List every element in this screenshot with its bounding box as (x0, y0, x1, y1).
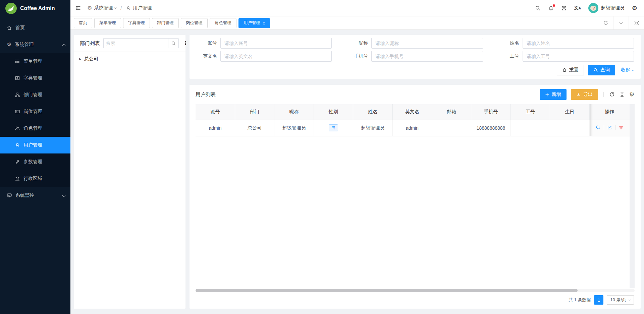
col-birthday: 生日 (550, 104, 589, 120)
cell-nickname: 超级管理员 (274, 120, 314, 136)
form-item-account: 账号 (196, 38, 332, 49)
department-panel-header: 部门列表 ⋮ (74, 35, 185, 52)
sidebar-item-label: 部门管理 (23, 92, 42, 98)
search-icon (171, 41, 176, 46)
search-icon (593, 68, 598, 72)
gear-icon: ⚙ (7, 42, 11, 47)
trash-icon (562, 68, 567, 72)
refresh-table-button[interactable] (609, 92, 615, 98)
wrench-icon (15, 159, 20, 165)
sidebar-menu: 首页 ⚙ 系统管理 菜单管理 字典管理 部门管理 (0, 19, 70, 204)
sidebar-collapse-button[interactable] (75, 5, 81, 11)
table-row[interactable]: admin 总公司 超级管理员 男 超级管理员 admin 1888888888… (196, 120, 630, 136)
page-size-select[interactable]: 10 条/页 (607, 295, 634, 305)
sidebar-item-monitor[interactable]: 系统监控 (0, 187, 70, 204)
delete-row-button[interactable] (619, 125, 624, 130)
search-icon (596, 125, 601, 130)
user-icon (15, 142, 20, 148)
table-wrap: 账号 部门 昵称 性别 姓名 英文名 邮箱 手机号 工号 (196, 104, 635, 288)
cell-birthday (550, 120, 589, 136)
chevron-down-icon (114, 6, 117, 9)
export-button[interactable]: 导出 (571, 89, 598, 100)
field-label: 英文名 (196, 53, 220, 59)
tab-home[interactable]: 首页 (74, 18, 92, 28)
phone-input[interactable] (371, 51, 483, 62)
form-actions: 重置 查询 收起 (196, 65, 634, 75)
view-row-button[interactable] (596, 125, 601, 130)
department-search-button[interactable] (168, 38, 179, 48)
toolbar-actions: 新增 导出 (540, 89, 635, 100)
header-search-button[interactable] (535, 5, 541, 11)
top-header: ⚙ 系统管理 / 用户管理 文A (70, 0, 644, 16)
col-email: 邮箱 (432, 104, 471, 120)
row-height-button[interactable] (619, 92, 625, 98)
sidebar-item-menu-mgmt[interactable]: 菜单管理 (0, 53, 70, 70)
refresh-tab-button[interactable] (598, 16, 613, 29)
main-area: ⚙ 系统管理 / 用户管理 文A (70, 0, 644, 314)
sidebar-item-role-mgmt[interactable]: 角色管理 (0, 120, 70, 137)
tab-dept-mgmt[interactable]: 部门管理 (152, 18, 179, 28)
horizontal-scrollbar-track[interactable] (196, 289, 635, 292)
tab-dict-mgmt[interactable]: 字典管理 (123, 18, 150, 28)
query-button[interactable]: 查询 (588, 65, 615, 75)
sidebar-item-label: 首页 (15, 25, 25, 31)
app-logo[interactable]: Coffee Admin (0, 0, 70, 17)
notifications-button[interactable] (548, 5, 554, 11)
sidebar-submenu-system: 菜单管理 字典管理 部门管理 岗位管理 角色管理 (0, 53, 70, 187)
tree-node-root[interactable]: ▶ 总公司 (79, 56, 180, 62)
column-height-icon (619, 92, 625, 98)
tab-menu-mgmt[interactable]: 菜单管理 (94, 18, 121, 28)
tab-post-mgmt[interactable]: 岗位管理 (181, 18, 208, 28)
close-icon[interactable]: x (263, 21, 265, 25)
table-settings-button[interactable]: ⚙ (629, 91, 635, 98)
sidebar-item-dict-mgmt[interactable]: 字典管理 (0, 70, 70, 86)
department-search-input[interactable] (103, 38, 168, 48)
sidebar-item-dept-mgmt[interactable]: 部门管理 (0, 86, 70, 103)
gear-icon: ⚙ (87, 5, 92, 11)
name-input[interactable] (523, 38, 634, 49)
add-user-button[interactable]: 新增 (540, 89, 567, 100)
tab-controls (598, 16, 644, 29)
sidebar-item-system[interactable]: ⚙ 系统管理 (0, 36, 70, 53)
account-input[interactable] (220, 38, 332, 49)
chevron-down-icon (62, 194, 66, 197)
maximize-content-button[interactable] (629, 16, 644, 29)
pagination: 共 1 条数据 1 10 条/页 (196, 292, 635, 306)
reset-button[interactable]: 重置 (557, 65, 584, 75)
id-card-icon (15, 109, 20, 114)
sidebar-item-param-mgmt[interactable]: 参数管理 (0, 153, 70, 170)
page-number-button[interactable]: 1 (594, 295, 603, 305)
job-no-input[interactable] (523, 51, 634, 62)
user-menu[interactable]: 超级管理员 (588, 3, 625, 13)
tab-role-mgmt[interactable]: 角色管理 (210, 18, 236, 28)
sidebar-item-admin-region[interactable]: 行政区域 (0, 170, 70, 187)
tab-options-button[interactable] (613, 16, 629, 29)
leaf-logo-icon (5, 3, 17, 14)
language-button[interactable]: 文A (574, 5, 581, 11)
cell-actions (589, 120, 630, 136)
cell-dept: 总公司 (235, 120, 274, 136)
cell-gender: 男 (314, 120, 353, 136)
tab-user-mgmt[interactable]: 用户管理x (238, 18, 270, 28)
fullscreen-button[interactable] (561, 5, 567, 11)
trash-icon (619, 125, 624, 130)
sidebar-item-post-mgmt[interactable]: 岗位管理 (0, 103, 70, 120)
horizontal-scrollbar-thumb[interactable] (196, 289, 578, 292)
home-icon (7, 25, 12, 30)
collapse-form-link[interactable]: 收起 (621, 67, 634, 73)
col-account: 账号 (196, 104, 235, 120)
settings-button[interactable]: ⚙ (632, 5, 637, 11)
breadcrumb-parent[interactable]: 系统管理 (94, 5, 113, 11)
table-header-row: 账号 部门 昵称 性别 姓名 英文名 邮箱 手机号 工号 (196, 104, 630, 120)
vertical-scrollbar-gutter[interactable] (630, 104, 635, 288)
nickname-input[interactable] (371, 38, 483, 49)
col-job-no: 工号 (511, 104, 550, 120)
plus-icon (545, 92, 549, 97)
sidebar-item-home[interactable]: 首页 (0, 19, 70, 36)
form-item-english-name: 英文名 (196, 51, 332, 62)
english-name-input[interactable] (220, 51, 332, 62)
edit-row-button[interactable] (607, 125, 612, 130)
more-options-icon[interactable]: ⋮ (182, 41, 189, 46)
caret-right-icon[interactable]: ▶ (79, 57, 82, 61)
sidebar-item-user-mgmt[interactable]: 用户管理 (0, 137, 70, 153)
